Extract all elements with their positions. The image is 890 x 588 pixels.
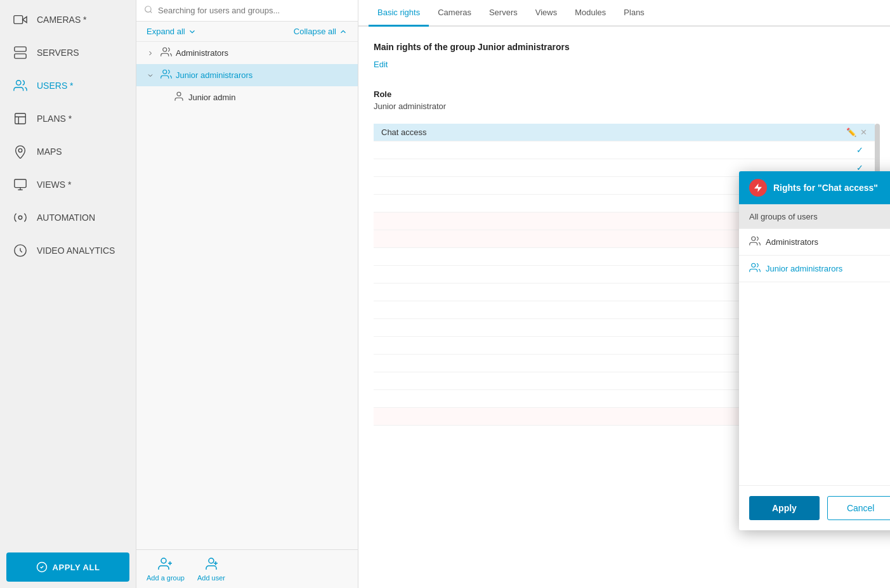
spacer-icon (159, 93, 169, 103)
chevron-down-icon (147, 70, 157, 81)
svg-line-15 (150, 11, 152, 13)
all-groups-label: All groups of users (749, 212, 890, 221)
dialog-title: Rights for "Chat access" (773, 183, 890, 193)
server-icon (13, 45, 28, 60)
search-input[interactable] (158, 6, 350, 15)
edit-link[interactable]: Edit (374, 60, 388, 69)
svg-point-19 (161, 558, 166, 563)
dialog-chat-access: Rights for "Chat access" ✕ All groups of… (739, 171, 890, 530)
sidebar-item-views[interactable]: VIEWS * (0, 168, 136, 201)
dialog-row-all-groups: All groups of users (739, 204, 890, 229)
user-icon (173, 91, 185, 104)
tab-modules[interactable]: Modules (566, 0, 615, 27)
sidebar-item-video-analytics[interactable]: VIDEO ANALYTICS (0, 234, 136, 267)
tabs-bar: Basic rights Cameras Servers Views Modul… (358, 0, 890, 27)
svg-rect-1 (15, 47, 26, 51)
junior-admins-label: Junior administrarors (749, 262, 890, 275)
collapse-all-button[interactable]: Collapse all (294, 27, 348, 36)
svg-point-18 (177, 92, 181, 96)
dialog-row-junior-admins: Junior administrarors (739, 256, 890, 282)
add-group-button[interactable]: Add a group (147, 556, 185, 582)
tree-item-junior-admin-user[interactable]: Junior admin (136, 86, 358, 108)
tab-plans[interactable]: Plans (615, 0, 653, 27)
svg-point-7 (18, 148, 22, 152)
sidebar: CAMERAS * SERVERS USERS * PLANS * (0, 0, 136, 588)
users-icon (13, 78, 28, 93)
app-container: CAMERAS * SERVERS USERS * PLANS * (0, 0, 890, 588)
tree-item-junior-admins[interactable]: Junior administrarors (136, 64, 358, 86)
plans-icon (13, 111, 28, 126)
svg-rect-2 (15, 54, 26, 58)
tree-controls: Expand all Collapse all (136, 22, 358, 42)
sidebar-item-automation[interactable]: AUTOMATION (0, 201, 136, 234)
svg-point-16 (163, 48, 167, 51)
apply-button[interactable]: Apply (749, 496, 820, 520)
svg-point-22 (209, 558, 214, 563)
search-box (136, 0, 358, 22)
tree-item-administrators[interactable]: Administrators (136, 42, 358, 64)
administrators-label: Administrators (749, 235, 890, 249)
tab-views[interactable]: Views (527, 0, 566, 27)
group-icon (160, 69, 172, 82)
svg-point-17 (163, 70, 167, 74)
chevron-right-icon (147, 48, 157, 58)
group-icon (160, 46, 172, 60)
tab-cameras[interactable]: Cameras (429, 0, 480, 27)
edit-pencil-icon[interactable]: ✏️ (846, 127, 856, 137)
role-label: Role (374, 89, 875, 99)
dialog-footer: Apply Cancel (739, 485, 890, 530)
svg-rect-0 (14, 16, 23, 24)
svg-rect-8 (15, 180, 26, 188)
tree-list: Administrators Junior administrarors Jun… (136, 42, 358, 549)
views-icon (13, 177, 28, 192)
sidebar-item-plans[interactable]: PLANS * (0, 102, 136, 135)
svg-point-26 (752, 237, 756, 240)
camera-icon (13, 12, 28, 27)
dialog-header: Rights for "Chat access" ✕ (739, 171, 890, 204)
add-user-button[interactable]: Add user (197, 556, 225, 582)
search-icon (144, 5, 153, 16)
svg-point-5 (16, 81, 21, 85)
sidebar-item-users[interactable]: USERS * (0, 69, 136, 102)
middle-footer: Add a group Add user (136, 549, 358, 588)
svg-point-11 (18, 216, 22, 219)
sidebar-nav: CAMERAS * SERVERS USERS * PLANS * (0, 0, 136, 546)
svg-marker-25 (754, 183, 762, 192)
sidebar-item-servers[interactable]: SERVERS (0, 36, 136, 69)
apply-all-button[interactable]: APPLY ALL (6, 552, 129, 582)
svg-rect-6 (15, 114, 26, 124)
svg-point-27 (752, 263, 756, 267)
cancel-button[interactable]: Cancel (827, 496, 890, 520)
tab-servers[interactable]: Servers (480, 0, 527, 27)
right-panel: Basic rights Cameras Servers Views Modul… (358, 0, 890, 588)
close-row-icon[interactable]: ✕ (860, 127, 867, 137)
role-value: Junior administrator (374, 101, 875, 111)
middle-panel: Expand all Collapse all Administrators (136, 0, 358, 588)
video-analytics-icon (13, 243, 28, 258)
dialog-body: All groups of users Administrators (739, 204, 890, 485)
maps-icon (13, 144, 28, 159)
rights-row-chat-access: Chat access ✏️ ✕ (374, 124, 875, 141)
dialog-empty-space (739, 282, 890, 485)
dialog-row-administrators: Administrators (739, 229, 890, 256)
svg-point-14 (145, 6, 151, 12)
sidebar-item-maps[interactable]: MAPS (0, 135, 136, 168)
group-icon-junior (749, 262, 761, 275)
expand-all-button[interactable]: Expand all (147, 27, 197, 36)
rights-row-label: Chat access (381, 127, 846, 137)
sidebar-item-cameras[interactable]: CAMERAS * (0, 3, 136, 36)
tab-basic-rights[interactable]: Basic rights (369, 0, 429, 27)
automation-icon (13, 210, 28, 225)
group-icon-admins (749, 235, 761, 249)
rights-row-2: ✓ (374, 141, 875, 159)
section-title: Main rights of the group Junior administ… (374, 42, 875, 52)
dialog-header-icon (749, 179, 767, 197)
